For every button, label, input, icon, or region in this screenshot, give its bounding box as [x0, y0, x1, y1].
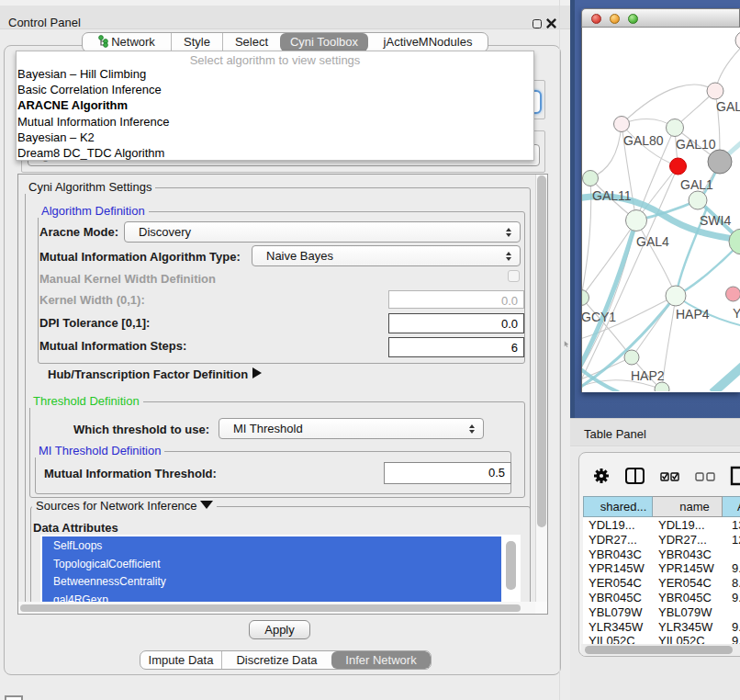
svg-text:GAL11: GAL11: [592, 188, 632, 203]
svg-text:GAL80: GAL80: [623, 133, 664, 148]
svg-text:HAP2: HAP2: [631, 368, 665, 383]
svg-text:GAL4: GAL4: [636, 234, 669, 249]
svg-text:Y: Y: [733, 306, 740, 321]
svg-text:HAP4: HAP4: [676, 307, 710, 322]
svg-text:GAL1: GAL1: [680, 177, 713, 192]
svg-text:SWI4: SWI4: [700, 213, 731, 228]
svg-text:GCY1: GCY1: [582, 310, 616, 324]
svg-text:GAL10: GAL10: [676, 137, 716, 152]
svg-text:GAL2: GAL2: [716, 99, 740, 114]
